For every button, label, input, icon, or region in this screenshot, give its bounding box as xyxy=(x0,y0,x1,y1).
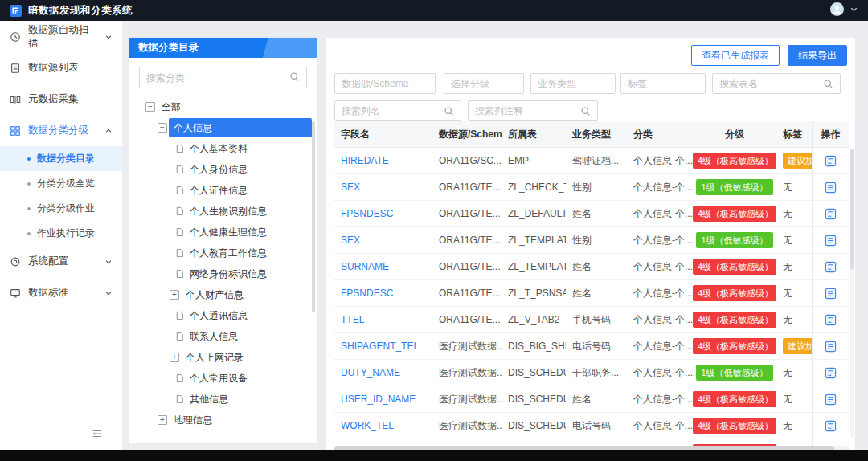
search-icon[interactable] xyxy=(823,79,833,89)
category-search-input[interactable] xyxy=(146,72,289,84)
tree-item[interactable]: −个人信息 xyxy=(129,117,312,138)
field-name-link[interactable]: USER_ID_NAME xyxy=(334,394,432,405)
cell-biz: 电话号码 xyxy=(566,419,627,433)
tag-none: 无 xyxy=(783,420,792,431)
category-tree: −全部−个人信息个人基本资料个人身份信息个人证件信息个人生物识别信息个人健康生理… xyxy=(129,93,317,434)
operation-detail-icon[interactable] xyxy=(825,314,837,326)
expand-node-icon[interactable]: + xyxy=(170,290,179,300)
column-header: 标签 xyxy=(776,128,812,141)
chevron-down-icon[interactable] xyxy=(104,33,113,41)
field-name-link[interactable]: FPSNDESC xyxy=(334,288,432,299)
v-scrollbar-thumb[interactable] xyxy=(850,149,854,269)
tree-item[interactable]: 个人证件信息 xyxy=(129,180,312,201)
tree-item[interactable]: −全部 xyxy=(129,96,312,117)
view-reports-button[interactable]: 查看已生成报表 xyxy=(691,45,780,66)
search-icon[interactable] xyxy=(289,71,300,84)
operation-detail-icon[interactable] xyxy=(825,288,837,300)
tree-item[interactable]: 个人通讯信息 xyxy=(129,305,312,326)
search-icon[interactable] xyxy=(580,106,591,116)
table-row: FPSNDESCORA11G/TE...ZL_T_PSNSA...姓名个人信息-… xyxy=(334,280,849,307)
field-name-link[interactable]: DUTY_NAME xyxy=(334,367,432,378)
sidebar-item-2[interactable]: 元数据采集 xyxy=(0,84,122,115)
field-name-link[interactable]: FPSNDESC xyxy=(334,208,432,219)
tree-item[interactable]: 其他信息 xyxy=(129,389,312,410)
file-icon xyxy=(176,165,184,174)
tree-item[interactable]: +地理信息 xyxy=(129,410,312,430)
field-name-link[interactable]: WORK_TEL xyxy=(334,420,432,431)
tree-item[interactable]: 网络身份标识信息 xyxy=(129,263,312,284)
sidebar-subitem-1[interactable]: 分类分级全览 xyxy=(0,171,122,196)
table-row: SEXORA11G/TE...ZL_CHECK_T...性别个人信息-个...1… xyxy=(334,174,849,201)
expand-node-icon[interactable]: + xyxy=(170,353,179,362)
filter-input[interactable] xyxy=(342,78,428,89)
table-row: WORK_TEL医疗测试数据...DIS_SCHEDU...电话号码个人信息-个… xyxy=(334,413,849,439)
collapse-node-icon[interactable]: − xyxy=(158,123,167,133)
sidebar-item-3[interactable]: 数据分类分级 xyxy=(0,115,122,146)
table-row: SHIPAGENT_TEL医疗测试数据...DIS_BIG_SHI...电话号码… xyxy=(334,333,849,360)
field-name-link[interactable]: SEX xyxy=(334,182,432,193)
export-results-button[interactable]: 结果导出 xyxy=(788,45,847,66)
tree-scrollbar[interactable] xyxy=(312,121,315,312)
sidebar-item-5[interactable]: 数据标准 xyxy=(0,277,122,308)
sidebar-subitem-3[interactable]: 作业执行记录 xyxy=(0,221,122,246)
sidebar-item-4[interactable]: 系统配置 xyxy=(0,246,122,277)
grid-icon xyxy=(10,125,21,137)
filter-input[interactable] xyxy=(451,78,517,89)
filter-input[interactable] xyxy=(475,105,580,116)
tree-item[interactable]: 个人基本资料 xyxy=(129,138,312,159)
tree-item[interactable]: 个人教育工作信息 xyxy=(129,243,312,263)
field-name-link[interactable]: SEX xyxy=(334,235,432,246)
bullet-icon xyxy=(27,232,31,235)
sidebar-collapse-icon[interactable] xyxy=(92,428,103,442)
tree-node-label: 个人基本资料 xyxy=(190,142,248,156)
chevron-up-icon[interactable] xyxy=(104,127,113,135)
cell-category: 个人信息-个... xyxy=(627,181,693,194)
tree-node-label-wrap: 网络身份标识信息 xyxy=(171,264,312,284)
filter-input[interactable] xyxy=(342,105,444,116)
field-name-link[interactable]: SHIPAGENT_TEL xyxy=(334,341,432,352)
operation-detail-icon[interactable] xyxy=(825,420,837,432)
cell-tag: 无 xyxy=(776,366,812,380)
sidebar-subitem-2[interactable]: 分类分级作业 xyxy=(0,196,122,221)
tree-item[interactable]: +个人上网记录 xyxy=(129,347,312,368)
tree-item[interactable]: 个人常用设备 xyxy=(129,368,312,389)
search-icon[interactable] xyxy=(444,106,454,116)
operation-detail-icon[interactable] xyxy=(825,341,837,353)
tree-item[interactable]: +个人财产信息 xyxy=(129,284,312,305)
tree-item[interactable]: 个人健康生理信息 xyxy=(129,222,312,243)
tree-item[interactable]: 联系人信息 xyxy=(129,326,312,347)
user-avatar[interactable] xyxy=(830,2,844,18)
operation-detail-icon[interactable] xyxy=(825,367,837,379)
filter-input[interactable] xyxy=(628,78,698,89)
cell-schema: 医疗测试数据... xyxy=(432,366,502,380)
field-name-link[interactable]: HIREDATE xyxy=(334,155,432,166)
tree-node-label: 网络身份标识信息 xyxy=(190,267,267,281)
operation-detail-icon[interactable] xyxy=(825,394,837,406)
operation-detail-icon[interactable] xyxy=(825,155,837,167)
table-vertical-scrollbar[interactable] xyxy=(850,149,854,438)
filter-input[interactable] xyxy=(719,78,823,89)
user-menu-chevron-down-icon[interactable] xyxy=(850,5,858,16)
tree-item[interactable]: 个人生物识别信息 xyxy=(129,201,312,222)
tree-node-label-wrap: 个人证件信息 xyxy=(171,181,312,200)
operation-detail-icon[interactable] xyxy=(825,182,837,194)
cell-operation xyxy=(812,201,849,226)
sidebar-subitem-0[interactable]: 数据分类目录 xyxy=(0,146,122,171)
sidebar-item-0[interactable]: 数据源自动扫描 xyxy=(0,21,122,52)
chevron-down-icon[interactable] xyxy=(104,289,113,297)
field-name-link[interactable]: TTEL xyxy=(334,314,432,325)
app-logo-icon xyxy=(10,5,22,17)
expand-node-icon[interactable]: + xyxy=(158,415,167,425)
operation-detail-icon[interactable] xyxy=(825,235,837,247)
tree-item[interactable]: 个人身份信息 xyxy=(129,159,312,180)
operation-detail-icon[interactable] xyxy=(825,261,837,273)
cell-level: 4级（极高敏感级） xyxy=(693,312,776,328)
collapse-node-icon[interactable]: − xyxy=(145,102,155,112)
field-name-link[interactable]: SURNAME xyxy=(334,261,432,272)
filter-input[interactable] xyxy=(538,78,608,89)
operation-detail-icon[interactable] xyxy=(825,208,837,220)
sidebar-item-1[interactable]: 数据源列表 xyxy=(0,52,122,84)
cell-level: 4级（极高敏感级） xyxy=(693,418,776,434)
chevron-down-icon[interactable] xyxy=(104,258,113,266)
filter-row-2 xyxy=(334,100,598,121)
